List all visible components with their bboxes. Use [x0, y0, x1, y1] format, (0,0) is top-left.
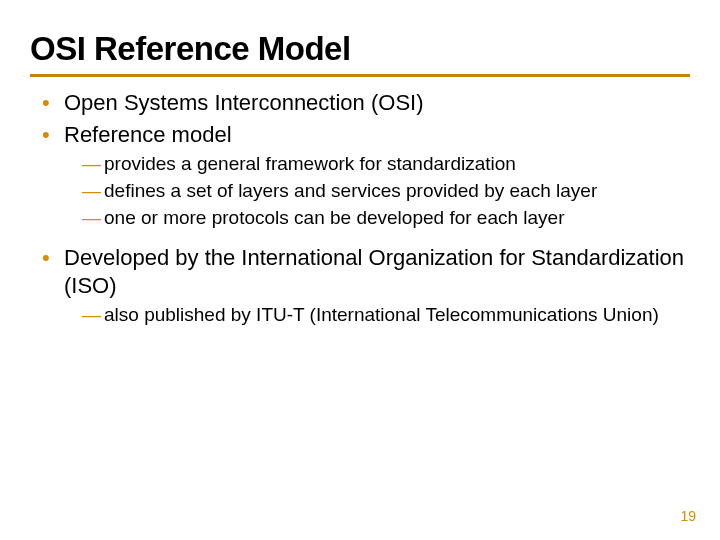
bullet-text: also published by ITU-T (International T…	[104, 302, 659, 327]
dash-icon: —	[82, 205, 104, 230]
bullet-dot-icon: •	[42, 121, 64, 149]
slide-title: OSI Reference Model	[30, 30, 690, 74]
bullet-text: Reference model	[64, 121, 232, 149]
bullet-level1: • Reference model	[42, 121, 690, 149]
bullet-text: Open Systems Interconnection (OSI)	[64, 89, 424, 117]
bullet-level2: — provides a general framework for stand…	[82, 151, 690, 176]
dash-icon: —	[82, 151, 104, 176]
page-number: 19	[680, 508, 696, 524]
bullet-level2: — one or more protocols can be developed…	[82, 205, 690, 230]
bullet-level1: • Developed by the International Organiz…	[42, 244, 690, 300]
bullet-level1: • Open Systems Interconnection (OSI)	[42, 89, 690, 117]
bullet-level2: — also published by ITU-T (International…	[82, 302, 690, 327]
title-underline	[30, 74, 690, 77]
dash-icon: —	[82, 178, 104, 203]
bullet-dot-icon: •	[42, 244, 64, 300]
bullet-text: one or more protocols can be developed f…	[104, 205, 565, 230]
bullet-text: Developed by the International Organizat…	[64, 244, 690, 300]
bullet-dot-icon: •	[42, 89, 64, 117]
bullet-text: defines a set of layers and services pro…	[104, 178, 597, 203]
bullet-level2: — defines a set of layers and services p…	[82, 178, 690, 203]
dash-icon: —	[82, 302, 104, 327]
bullet-text: provides a general framework for standar…	[104, 151, 516, 176]
